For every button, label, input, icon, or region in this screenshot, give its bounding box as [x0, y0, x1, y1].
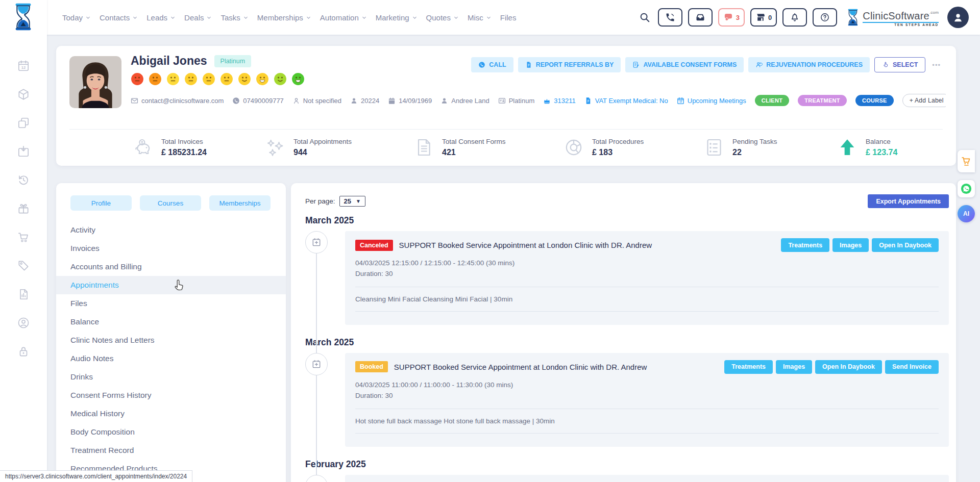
sidebar-item-medical-history[interactable]: Medical History	[56, 404, 286, 423]
contact-contact-clinicsoftware-com[interactable]: contact@clinicsoftware.com	[131, 97, 224, 105]
sidebar-item-invoices[interactable]: Invoices	[56, 239, 286, 258]
nav-item-files[interactable]: Files	[500, 13, 517, 22]
cart-fab[interactable]	[958, 150, 975, 172]
sidebar-item-balance[interactable]: Balance	[56, 313, 286, 331]
sidebar-item-drinks[interactable]: Drinks	[56, 368, 286, 386]
appointment-group: March 2025CanceledSUPPORT Booked Service…	[305, 215, 949, 336]
contact-upcoming-meetings[interactable]: 12Upcoming Meetings	[677, 97, 746, 105]
available-consent-forms-button[interactable]: AVAILABLE CONSENT FORMS	[625, 57, 744, 72]
sidebar-item-body-composition[interactable]: Body Composition	[56, 423, 286, 441]
stat-total-consent-forms: Total Consent Forms421	[413, 137, 564, 158]
satisfaction-face-1[interactable]	[131, 72, 144, 86]
per-page-select[interactable]: 25 ▼	[339, 196, 365, 207]
nav-item-leads[interactable]: Leads	[146, 13, 176, 22]
open-in-daybook-button[interactable]: Open In Daybook	[815, 360, 882, 374]
sidebar-gift-icon[interactable]	[17, 202, 30, 215]
nav-item-memberships[interactable]: Memberships	[257, 13, 311, 22]
sidebar-calendar-12-icon[interactable]: 12	[17, 59, 30, 72]
satisfaction-face-8[interactable]	[256, 72, 269, 86]
phone-button[interactable]	[658, 8, 682, 27]
nav-item-automation[interactable]: Automation	[320, 13, 367, 22]
sidebar-calendar-in-icon[interactable]	[17, 145, 30, 158]
contact-andree-land: Andree Land	[440, 97, 489, 105]
images-button[interactable]: Images	[776, 360, 812, 374]
sidebar-item-clinic-notes-and-letters[interactable]: Clinic Notes and Letters	[56, 331, 286, 349]
contact-vat-exempt-medical-no[interactable]: VAT Exempt Medical: No	[584, 97, 668, 105]
report-referrals-by-button[interactable]: REPORT REFERRALS BY	[518, 57, 621, 72]
send-invoice-button[interactable]: Send Invoice	[885, 360, 939, 374]
nav-item-label: Leads	[146, 13, 167, 22]
sidebar-item-files[interactable]: Files	[56, 294, 286, 313]
satisfaction-face-9[interactable]	[274, 72, 287, 86]
sidebar-report-icon[interactable]	[17, 288, 30, 301]
satisfaction-face-10[interactable]	[291, 72, 305, 86]
satisfaction-face-2[interactable]	[149, 72, 162, 86]
nav-item-today[interactable]: Today	[62, 13, 91, 22]
nav-item-quotes[interactable]: Quotes	[426, 13, 459, 22]
sidebar-item-treatment-record[interactable]: Treatment Record	[56, 441, 286, 460]
app-logo-icon[interactable]	[12, 3, 35, 31]
treatments-button[interactable]: Treatments	[724, 360, 773, 374]
tab-profile[interactable]: Profile	[70, 195, 132, 211]
call-button[interactable]: CALL	[471, 57, 513, 72]
more-options-button[interactable]: •••	[930, 61, 943, 69]
tab-memberships[interactable]: Memberships	[209, 195, 271, 211]
sidebar-item-accounts-and-billing[interactable]: Accounts and Billing	[56, 258, 286, 276]
store-icon	[755, 12, 766, 22]
sidebar-package-icon[interactable]	[17, 88, 30, 101]
chat-button[interactable]: 3	[718, 8, 745, 27]
sidebar-history-icon[interactable]	[17, 173, 30, 187]
svg-text:12: 12	[21, 65, 26, 70]
satisfaction-face-6[interactable]	[220, 72, 233, 86]
contact-row: contact@clinicsoftware.com07490009777Not…	[131, 94, 946, 107]
select-button[interactable]: SELECT	[874, 57, 925, 72]
satisfaction-face-3[interactable]	[166, 72, 180, 86]
user-avatar[interactable]	[947, 7, 969, 28]
help-icon	[820, 12, 830, 22]
file-icon	[584, 97, 592, 105]
contact-313211[interactable]: 313211	[543, 97, 575, 105]
sidebar-item-consent-forms-history[interactable]: Consent Forms History	[56, 386, 286, 404]
satisfaction-face-7[interactable]	[238, 72, 251, 86]
nav-item-misc[interactable]: Misc	[468, 13, 492, 22]
nav-item-deals[interactable]: Deals	[184, 13, 212, 22]
search-icon[interactable]	[639, 12, 650, 23]
nav-item-marketing[interactable]: Marketing	[376, 13, 418, 22]
store-button[interactable]: 0	[750, 8, 777, 27]
brand-logo[interactable]: ClinicSoftware.com TEN STEPS AHEAD	[846, 8, 939, 27]
contact-07490009777[interactable]: 07490009777	[232, 97, 284, 105]
chat-icon	[723, 12, 733, 22]
tab-courses[interactable]: Courses	[140, 195, 201, 211]
sidebar-lock-icon[interactable]	[17, 345, 30, 358]
bell-button[interactable]	[782, 8, 807, 27]
whatsapp-fab[interactable]	[958, 180, 975, 197]
sidebar-account-icon[interactable]	[17, 316, 30, 329]
sidebar-tags-icon[interactable]	[17, 259, 30, 272]
sidebar-cart-icon[interactable]	[17, 231, 30, 244]
appointment-group: February 2025BookedSUPPORT Booked Servic…	[305, 459, 949, 482]
ai-fab[interactable]: AI	[958, 205, 975, 222]
phone-circle-icon	[478, 61, 485, 68]
satisfaction-face-4[interactable]	[184, 72, 198, 86]
rejuvenation-procedures-button[interactable]: REJUVENATION PROCEDURES	[748, 57, 870, 72]
inbox-button[interactable]	[688, 8, 713, 27]
add-label-button[interactable]: + Add Label	[902, 94, 946, 107]
sidebar-item-activity[interactable]: Activity	[56, 221, 286, 239]
sidebar-item-audio-notes[interactable]: Audio Notes	[56, 349, 286, 368]
satisfaction-face-5[interactable]	[202, 72, 215, 86]
sidebar-copy-icon[interactable]	[17, 116, 30, 130]
stat-balance: Balance£ 123.74	[837, 137, 897, 158]
images-button[interactable]: Images	[832, 238, 869, 252]
export-appointments-button[interactable]: Export Appointments	[868, 194, 949, 208]
help-button[interactable]	[813, 8, 837, 27]
nav-item-contacts[interactable]: Contacts	[100, 13, 138, 22]
nav-item-label: Contacts	[100, 13, 130, 22]
nav-item-tasks[interactable]: Tasks	[220, 13, 248, 22]
appointment-title: SUPPORT Booked Service Appointment at Lo…	[399, 241, 652, 249]
sidebar-item-appointments[interactable]: Appointments	[56, 276, 286, 294]
appointment-treatment: Hot stone full back massage Hot stone fu…	[355, 416, 939, 426]
contact-14-09-1969: 14/09/1969	[388, 97, 432, 105]
open-in-daybook-button[interactable]: Open In Daybook	[872, 238, 939, 252]
treatments-button[interactable]: Treatments	[781, 238, 829, 252]
bell-icon	[790, 12, 800, 22]
